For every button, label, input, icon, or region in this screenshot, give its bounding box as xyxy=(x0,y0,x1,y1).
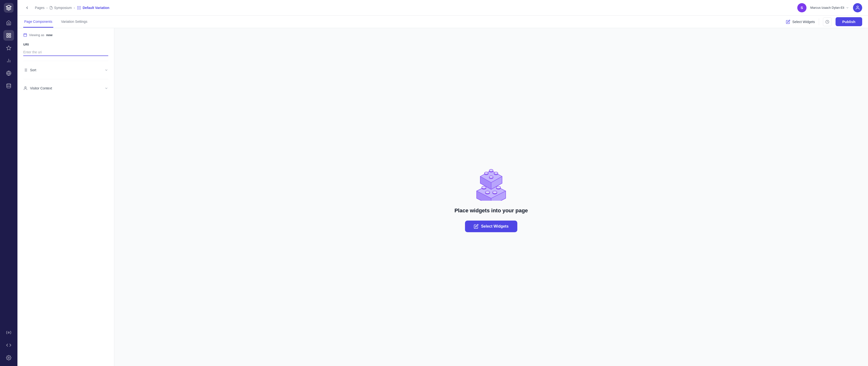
svg-point-19 xyxy=(79,8,80,9)
svg-point-14 xyxy=(80,6,81,7)
uri-label: URI xyxy=(23,43,108,46)
svg-rect-1 xyxy=(9,33,11,35)
avatar-user[interactable] xyxy=(853,3,862,12)
svg-point-47 xyxy=(489,169,493,172)
sidebar-item-home[interactable] xyxy=(3,18,14,28)
publish-button[interactable]: Publish xyxy=(836,17,862,26)
svg-rect-23 xyxy=(24,34,27,36)
uri-section: URI xyxy=(23,43,108,56)
divider-vertical xyxy=(819,19,819,25)
back-button[interactable] xyxy=(23,4,31,11)
viewing-as-value: now xyxy=(46,33,53,37)
sidebar-item-pages[interactable] xyxy=(3,30,14,41)
visitor-context-section[interactable]: Visitor Context xyxy=(23,84,108,92)
tabbar-right: Select Widgets Publish xyxy=(786,17,862,26)
sidebar-item-globe[interactable] xyxy=(3,68,14,79)
select-widgets-icon xyxy=(474,224,478,229)
select-widgets-link-label: Select Widgets xyxy=(792,20,815,24)
tabbar: Page Components Variation Settings Selec… xyxy=(18,16,868,28)
user-info[interactable]: Marcus Izaach Dylan-Eli xyxy=(810,6,849,9)
sort-section[interactable]: Sort xyxy=(23,66,108,74)
divider-2 xyxy=(23,79,108,79)
select-widgets-button[interactable]: Select Widgets xyxy=(465,221,517,232)
svg-point-15 xyxy=(77,7,78,8)
content-area: Viewing as now URI Sort xyxy=(18,28,868,366)
svg-point-20 xyxy=(80,8,81,9)
svg-point-35 xyxy=(482,186,486,189)
main-area: Pages › Symposium › Default Variation S xyxy=(18,0,868,366)
svg-point-33 xyxy=(25,87,26,88)
sort-label: Sort xyxy=(30,68,36,72)
sidebar-item-plugins[interactable] xyxy=(3,43,14,53)
viewing-as: Viewing as now xyxy=(23,33,108,37)
divider-1 xyxy=(23,61,108,61)
sidebar-item-database[interactable] xyxy=(3,81,14,91)
select-widgets-btn-label: Select Widgets xyxy=(481,224,508,229)
sidebar xyxy=(0,0,18,366)
svg-point-9 xyxy=(7,84,11,85)
svg-rect-0 xyxy=(7,33,8,35)
svg-point-16 xyxy=(79,7,80,8)
visitor-context-chevron xyxy=(104,86,108,90)
svg-point-49 xyxy=(494,172,498,174)
breadcrumb-current: Default Variation xyxy=(77,6,109,10)
uri-input[interactable] xyxy=(23,49,108,56)
viewing-as-prefix: Viewing as xyxy=(29,33,44,37)
sidebar-item-settings[interactable] xyxy=(3,353,14,363)
tab-variation-settings[interactable]: Variation Settings xyxy=(60,16,88,28)
svg-rect-3 xyxy=(7,36,8,37)
sort-row-left: Sort xyxy=(23,68,36,72)
breadcrumb-pages[interactable]: Pages xyxy=(35,6,44,10)
svg-point-41 xyxy=(485,191,490,193)
avatar-s[interactable]: S xyxy=(797,3,806,12)
breadcrumb: Pages › Symposium › Default Variation xyxy=(35,6,110,10)
user-name: Marcus Izaach Dylan-Eli xyxy=(810,6,844,9)
svg-point-10 xyxy=(8,332,9,333)
breadcrumb-sep-1: › xyxy=(46,6,48,10)
svg-point-21 xyxy=(857,6,859,7)
canvas: Place widgets into your page Select Widg… xyxy=(114,28,868,366)
svg-point-39 xyxy=(496,186,501,189)
canvas-empty-title: Place widgets into your page xyxy=(454,207,528,214)
breadcrumb-symposium[interactable]: Symposium xyxy=(50,6,72,10)
sidebar-item-analytics[interactable] xyxy=(3,55,14,66)
visitor-row-left: Visitor Context xyxy=(23,86,52,90)
svg-point-12 xyxy=(77,6,78,7)
svg-point-45 xyxy=(485,172,488,174)
svg-point-18 xyxy=(77,8,78,9)
svg-point-51 xyxy=(489,176,493,178)
sidebar-item-integrations[interactable] xyxy=(3,327,14,338)
history-button[interactable] xyxy=(823,18,832,26)
sidebar-logo[interactable] xyxy=(4,3,13,12)
visitor-context-label: Visitor Context xyxy=(30,86,52,90)
select-widgets-link[interactable]: Select Widgets xyxy=(786,20,815,24)
svg-point-43 xyxy=(493,191,497,193)
svg-point-11 xyxy=(8,357,9,359)
left-panel: Viewing as now URI Sort xyxy=(18,28,114,366)
sidebar-item-code[interactable] xyxy=(3,340,14,350)
tab-page-components[interactable]: Page Components xyxy=(23,16,53,28)
svg-rect-2 xyxy=(9,36,11,37)
svg-point-17 xyxy=(80,7,81,8)
topbar-right: S Marcus Izaach Dylan-Eli xyxy=(797,3,862,12)
svg-point-13 xyxy=(79,6,80,7)
sort-chevron xyxy=(104,68,108,72)
breadcrumb-sep-2: › xyxy=(74,6,75,10)
topbar: Pages › Symposium › Default Variation S xyxy=(18,0,868,16)
lego-illustration xyxy=(472,162,510,201)
